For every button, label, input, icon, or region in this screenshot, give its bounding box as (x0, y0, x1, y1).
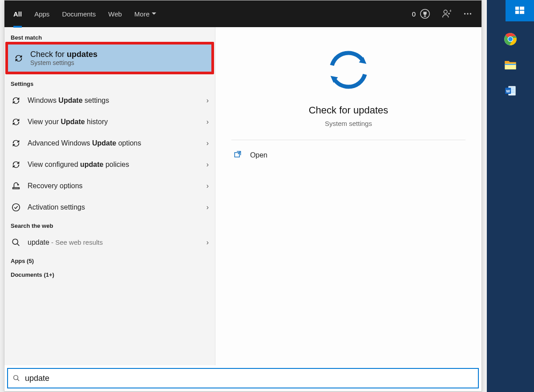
svg-rect-0 (515, 7, 519, 10)
group-search-web: Search the web (4, 218, 215, 232)
group-settings: Settings (4, 76, 215, 90)
tab-apps[interactable]: Apps (34, 0, 49, 27)
word-icon: W (504, 85, 517, 97)
chevron-down-icon (151, 11, 157, 16)
svg-rect-2 (515, 11, 519, 14)
preview-pane: Check for updates System settings Open (215, 27, 481, 365)
update-hero-icon (324, 45, 373, 97)
open-label: Open (250, 151, 267, 159)
svg-point-26 (14, 376, 18, 380)
settings-row-update-history[interactable]: View your Update history › (4, 111, 215, 133)
open-icon (233, 150, 242, 161)
svg-point-24 (12, 239, 18, 244)
svg-rect-9 (505, 64, 516, 65)
account-icon[interactable]: + (441, 9, 451, 19)
tab-label: Documents (62, 10, 96, 18)
group-apps[interactable]: Apps (5) (4, 253, 215, 267)
tab-all[interactable]: All (13, 0, 22, 27)
svg-text:W: W (506, 89, 510, 93)
search-icon (12, 374, 20, 382)
chevron-right-icon: › (206, 182, 209, 190)
chevron-right-icon: › (206, 97, 209, 105)
results-list: Best match Check for updates System sett… (4, 27, 215, 365)
row-label: Activation settings (28, 203, 200, 211)
rewards-button[interactable]: 0 (412, 9, 430, 19)
search-icon (11, 238, 21, 247)
refresh-icon (13, 53, 24, 63)
row-label: Windows Update settings (28, 97, 200, 105)
best-match-subtitle: System settings (30, 59, 97, 66)
svg-point-21 (467, 13, 468, 14)
settings-row-recovery-options[interactable]: Recovery options › (4, 175, 215, 197)
rewards-points: 0 (412, 10, 416, 18)
tab-label: Web (108, 10, 122, 18)
svg-rect-1 (520, 7, 524, 10)
preview-subtitle: System settings (325, 120, 372, 127)
chevron-right-icon: › (206, 203, 209, 211)
svg-point-20 (464, 13, 465, 14)
recovery-icon (11, 181, 21, 191)
chevron-right-icon: › (206, 139, 209, 147)
tab-more[interactable]: More (134, 0, 157, 27)
search-panel: All Apps Documents Web More 0 + (4, 0, 482, 392)
start-button[interactable] (506, 0, 534, 21)
settings-row-update-policies[interactable]: View configured update policies › (4, 154, 215, 175)
file-explorer-icon (504, 58, 517, 72)
refresh-icon (11, 160, 21, 170)
tab-label: More (134, 10, 150, 18)
tab-label: All (13, 10, 22, 18)
more-options-icon[interactable] (463, 9, 473, 19)
divider (231, 140, 465, 140)
trophy-icon (420, 9, 430, 19)
refresh-icon (11, 96, 21, 105)
chevron-right-icon: › (206, 161, 209, 169)
chrome-icon (504, 32, 517, 46)
settings-row-windows-update-settings[interactable]: Windows Update settings › (4, 90, 215, 111)
taskbar-chrome[interactable] (498, 28, 523, 50)
svg-rect-3 (520, 11, 524, 14)
settings-row-advanced-update-options[interactable]: Advanced Windows Update options › (4, 133, 215, 154)
group-best-match: Best match (4, 30, 215, 44)
svg-point-18 (444, 10, 447, 14)
row-label: Advanced Windows Update options (28, 139, 200, 147)
taskbar: W (487, 0, 534, 392)
svg-point-23 (12, 204, 20, 211)
row-label: Recovery options (28, 182, 200, 190)
taskbar-word[interactable]: W (498, 80, 523, 101)
preview-title: Check for updates (309, 105, 388, 116)
group-documents[interactable]: Documents (1+) (4, 267, 215, 281)
best-match-title: Check for updates (30, 50, 97, 59)
svg-point-22 (470, 13, 471, 14)
row-label: update - See web results (28, 238, 200, 247)
row-label: View your Update history (28, 118, 200, 126)
windows-logo-icon (515, 6, 525, 16)
search-topbar: All Apps Documents Web More 0 + (4, 0, 481, 27)
open-action[interactable]: Open (231, 145, 465, 166)
chevron-right-icon: › (206, 118, 209, 126)
web-result-row[interactable]: update - See web results › (4, 232, 215, 253)
svg-text:+: + (449, 9, 451, 13)
refresh-icon (11, 117, 21, 127)
best-match-result[interactable]: Check for updates System settings (7, 44, 212, 73)
settings-row-activation-settings[interactable]: Activation settings › (4, 197, 215, 218)
taskbar-file-explorer[interactable] (498, 54, 523, 76)
row-label: View configured update policies (28, 161, 200, 169)
tab-documents[interactable]: Documents (62, 0, 96, 27)
checkmark-circle-icon (11, 202, 21, 212)
chevron-right-icon: › (206, 238, 209, 247)
refresh-icon (11, 138, 21, 148)
tab-web[interactable]: Web (108, 0, 122, 27)
tab-label: Apps (34, 10, 49, 18)
search-input[interactable] (25, 374, 473, 383)
search-box[interactable] (7, 368, 479, 388)
